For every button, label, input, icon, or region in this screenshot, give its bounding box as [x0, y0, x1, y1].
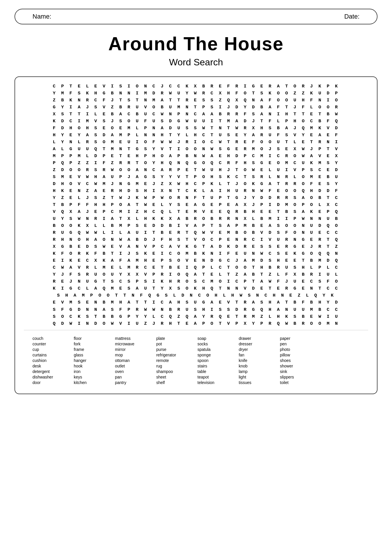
word-item: dresser	[239, 342, 277, 346]
word-item: toilet	[280, 380, 318, 385]
word-item: stairs	[198, 364, 236, 368]
grid-row: R E J N U G T S C S P S I K H R O S C M …	[24, 278, 368, 285]
word-item: lamp	[239, 369, 277, 374]
word-column-4: soapsocksspatulaspongespoonstairstablete…	[198, 336, 236, 385]
grid-row: Y M F S K H G B N N I M D R W U Y W R C …	[24, 90, 368, 97]
word-column-1: floorforkframeglasshangerhookironkeyskit…	[74, 336, 112, 385]
grid-row: Y J F S R U O U Y X X V P R I O Q A T E …	[24, 271, 368, 278]
word-item: television	[198, 380, 236, 385]
grid-row: V Q X A J E P C M I Z H C Q L T E M V E …	[24, 208, 368, 215]
grid-row: E I K E C X K A F A M H E P S O V E N D …	[24, 257, 368, 264]
word-item: photo	[280, 347, 318, 352]
word-item: dryer	[239, 347, 277, 352]
grid-row: M P P M L D P E T E H P H O A P B N W A …	[24, 152, 368, 159]
word-item: light	[239, 375, 277, 379]
word-item: dishwasher	[32, 375, 71, 379]
grid-row: C W A V R L M E L M R C E T B E I Q P L …	[24, 264, 368, 271]
word-item: soap	[198, 336, 236, 341]
grid-row: Q D W I N D O W V I U Z J R H T E A P O …	[24, 320, 368, 327]
word-item: shelf	[156, 380, 194, 385]
word-item: desk	[32, 364, 71, 368]
word-item: pan	[115, 375, 153, 379]
word-item: sheet	[156, 375, 194, 379]
grid-row: X S T T I L E B A C B U C W N P N C A A …	[24, 111, 368, 118]
word-item: curtains	[32, 353, 71, 357]
word-column-6: paperpenphotopillowshoesshowersinkslippe…	[280, 336, 318, 385]
word-item: floor	[74, 336, 112, 341]
word-list-grid: couchcountercupcurtainscushiondeskdeterg…	[32, 336, 360, 385]
grid-row: K F O R K F B T I J S K E I C O M B K N …	[24, 250, 368, 257]
word-item: mirror	[115, 347, 153, 352]
word-item: knife	[239, 358, 277, 363]
word-item: rug	[156, 364, 194, 368]
word-item: cup	[32, 347, 71, 352]
word-item: spatula	[198, 347, 236, 352]
grid-row: H Y E Y A S D A M P L N N H T Y L H C T …	[24, 132, 368, 139]
word-item: couch	[32, 336, 71, 341]
word-item: paper	[280, 336, 318, 341]
word-item: hook	[74, 364, 112, 368]
word-item: shower	[280, 364, 318, 368]
word-item: detergent	[32, 369, 71, 374]
word-column-3: platepotpurserefrigeratorremoterugshampo…	[156, 336, 194, 385]
grid-row: H K E N Z A E R H D S H I X N T C K L A …	[24, 187, 368, 194]
grid-row: S O C K S T B B G P Y Y L C Q Z Q A Y R …	[24, 313, 368, 320]
word-item: shoes	[280, 358, 318, 363]
grid-row: R U G Q W W L I L A U I T B E R T Q W V …	[24, 229, 368, 236]
grid-row: S F G D N N A S F P R W W N B R U S H I …	[24, 306, 368, 313]
word-item: socks	[198, 342, 236, 346]
word-item: pot	[156, 342, 194, 346]
name-date-bar: Name: Date:	[15, 9, 377, 24]
grid-row: G Y I A J S V Z B R U V O B U M N T P S …	[24, 104, 368, 111]
grid-row: C P T E L E V I S I O N C J C C K X B R …	[24, 83, 368, 90]
word-item: fork	[74, 342, 112, 346]
word-item: pantry	[115, 380, 153, 385]
grid-row: F D H O H S E O E M L P N A D U S S W T …	[24, 125, 368, 132]
grid-row: K D C I M V S J S O U F U S D G W U U I …	[24, 118, 368, 125]
word-column-5: drawerdresserdryerfanknifeknoblamplightt…	[239, 336, 277, 385]
grid-row: U Y S W N R I A T X L H K K X A B R O B …	[24, 215, 368, 222]
word-item: oven	[115, 369, 153, 374]
word-column-2: mattressmicrowavemirrormopottomanoutleto…	[115, 336, 153, 385]
grid-row: Z B K N R C F J T S T N M A T T R E S S …	[24, 97, 368, 104]
word-item: fan	[239, 353, 277, 357]
word-item: table	[198, 369, 236, 374]
word-item: shampoo	[156, 369, 194, 374]
date-label: Date:	[344, 13, 360, 20]
word-item: refrigerator	[156, 353, 194, 357]
word-item: sponge	[198, 353, 236, 357]
puzzle-container: C P T E L E V I S I O N C J C C K X B R …	[15, 76, 377, 394]
grid-row: L Y N L R S O M E U I O F W W J R I O C …	[24, 139, 368, 146]
grid-row: K I G C L A Q M E S A U T Y X S O K H Q …	[24, 285, 368, 292]
grid-row: S H A M P O O T T N F Q G S L D N C O H …	[24, 292, 368, 299]
word-item: door	[32, 380, 71, 385]
grid-row: P Q P Z Z I F Z R R T O Y H Q N Q G O Q …	[24, 159, 368, 166]
word-item: glass	[74, 353, 112, 357]
word-item: slippers	[280, 375, 318, 379]
grid-row: Y Z E L J S Z T W J K W P W O R N F T U …	[24, 194, 368, 201]
grid-row: T B P F F H H P O A T W E L Y S E A G E …	[24, 201, 368, 208]
grid-row: D H O V C W M J N G M E J Z X W H C P K …	[24, 180, 368, 187]
grid-row: Z D O O R S R W O O A N C A R P E T W U …	[24, 166, 368, 173]
grid-row: E V M S E N B M H A T T I C A H S U G A …	[24, 299, 368, 306]
word-item: outlet	[115, 364, 153, 368]
word-item: kitchen	[74, 380, 112, 385]
word-item: microwave	[115, 342, 153, 346]
word-item: hanger	[74, 358, 112, 363]
word-list-section: couchcountercupcurtainscushiondeskdeterg…	[24, 330, 368, 388]
word-item: mop	[115, 353, 153, 357]
word-item: spoon	[198, 358, 236, 363]
word-grid: C P T E L E V I S I O N C J C C K X B R …	[24, 83, 368, 327]
grid-row: S M E V W H A U P J A G S Y Y V T P O H …	[24, 173, 368, 180]
name-label: Name:	[32, 13, 51, 20]
word-item: tissues	[239, 380, 277, 385]
sub-title: Word Search	[15, 57, 377, 68]
word-item: counter	[32, 342, 71, 346]
word-item: plate	[156, 336, 194, 341]
word-item: keys	[74, 375, 112, 379]
word-item: remote	[156, 358, 194, 363]
word-item: pen	[280, 342, 318, 346]
word-item: purse	[156, 347, 194, 352]
grid-row: A L G U U Q T M N T G S Y V T I O O N W …	[24, 146, 368, 152]
word-column-0: couchcountercupcurtainscushiondeskdeterg…	[32, 336, 71, 385]
